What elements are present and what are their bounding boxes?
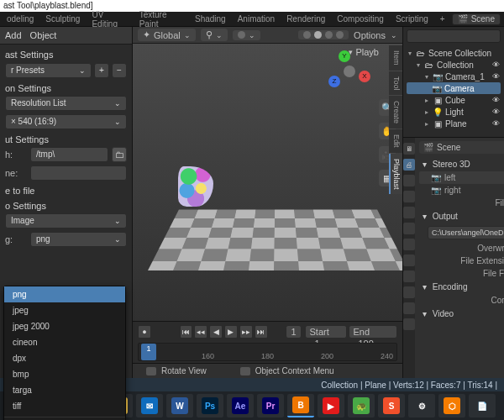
format-option-jpeg2000[interactable]: jpeg 2000 <box>4 318 125 334</box>
stereo-section[interactable]: ▾ Stereo 3D <box>419 157 504 171</box>
format-option-bmp[interactable]: bmp <box>4 366 125 382</box>
proportional-edit[interactable]: ⌄ <box>233 30 260 40</box>
ws-tab-plus[interactable]: + <box>435 13 450 25</box>
taskbar-premiere[interactable]: Pr <box>257 394 284 417</box>
taskbar-blender[interactable]: B <box>287 394 314 417</box>
tree-scene-collection[interactable]: ▾ 🗁 Scene Collection <box>407 47 501 59</box>
taskbar-settings[interactable]: ⚙ <box>408 394 435 417</box>
ws-tab-rendering[interactable]: Rendering <box>281 13 330 25</box>
end-frame-field[interactable]: End 100 <box>349 325 397 339</box>
presets-dropdown[interactable]: r Presets ⌄ <box>5 63 92 78</box>
vtab-playblast[interactable]: Playblast <box>389 154 402 195</box>
visibility-icon[interactable]: 👁 <box>492 72 501 81</box>
key-prev-button[interactable]: ◂◂ <box>194 325 207 339</box>
vtab-edit[interactable]: Edit <box>389 129 402 153</box>
taskbar-youtube[interactable]: ▶ <box>318 394 344 417</box>
ptab-data[interactable] <box>403 302 415 314</box>
outliner-search[interactable] <box>407 29 501 43</box>
ws-tab-modeling[interactable]: odeling <box>2 13 39 25</box>
vtab-tool[interactable]: Tool <box>389 71 402 96</box>
ptab-object[interactable] <box>403 223 415 234</box>
ptab-particles[interactable] <box>403 255 415 266</box>
tree-cube[interactable]: ▸ ▣ Cube 👁 <box>407 94 501 106</box>
ptab-modifiers[interactable] <box>403 239 415 250</box>
format-option-tiff[interactable]: tiff <box>4 398 125 414</box>
stereo-right-row[interactable]: 📷 right <box>419 184 504 197</box>
video-section[interactable]: ▾ Video <box>419 307 504 321</box>
resolution-list-dropdown[interactable]: Resolution List ⌄ <box>5 96 127 111</box>
visibility-icon[interactable]: 👁 <box>492 96 501 104</box>
stereo-left-row[interactable]: 📷 left <box>419 171 504 184</box>
current-frame-field[interactable]: 1 <box>286 325 301 339</box>
ws-tab-scripting[interactable]: Scripting <box>391 13 433 25</box>
ptab-output[interactable]: 🖨 <box>403 159 415 171</box>
format-option-png[interactable]: png <box>4 286 125 302</box>
ws-tab-compositing[interactable]: Compositing <box>332 13 389 25</box>
visibility-icon[interactable]: 👁 <box>492 108 501 116</box>
tree-camera-1[interactable]: ▾ 📷 Camera_1 👁 <box>407 71 501 82</box>
timeline-ruler[interactable]: 1 120 160 180 200 240 <box>138 343 397 361</box>
visibility-icon[interactable]: 👁 <box>492 60 501 69</box>
ptab-view[interactable] <box>403 175 415 186</box>
preset-add-button[interactable]: + <box>94 63 109 78</box>
format-dropdown[interactable]: png ⌄ <box>30 232 127 247</box>
ptab-render[interactable]: 🖥 <box>403 143 415 155</box>
taskbar-app-2[interactable]: S <box>378 394 405 417</box>
name-field[interactable] <box>30 165 127 181</box>
navigation-gizmo[interactable]: X Y Z <box>328 50 370 92</box>
scene-selector[interactable]: 🎬 Scene <box>452 13 501 25</box>
encoding-section[interactable]: ▾ Encoding <box>419 280 504 294</box>
playhead[interactable]: 1 <box>141 344 156 360</box>
snap-dropdown[interactable]: ⚲ ⌄ <box>201 29 228 41</box>
3d-viewport[interactable]: ▾ Playb X Y Z 🔍 ✋ 🎥 ▦ <box>133 44 402 321</box>
output-section[interactable]: ▾ Output <box>419 209 504 223</box>
ptab-physics[interactable] <box>403 270 415 282</box>
taskbar-mail[interactable]: ✉ <box>136 394 163 417</box>
tree-plane[interactable]: ▸ ▣ Plane 👁 <box>407 118 501 129</box>
ptab-scene[interactable] <box>403 191 415 202</box>
viewport-object[interactable] <box>178 166 213 207</box>
container-dropdown[interactable]: Image ⌄ <box>5 213 127 228</box>
options-dropdown[interactable]: Options <box>354 30 386 40</box>
orientation-dropdown[interactable]: ✦ Global ⌄ <box>138 29 196 41</box>
gizmo-z-axis[interactable]: Z <box>328 76 340 87</box>
scene-name-field[interactable]: 🎬 Scene <box>419 141 504 154</box>
gizmo-y-axis[interactable]: Y <box>339 50 350 62</box>
format-option-targa[interactable]: targa <box>4 382 125 398</box>
output-path-field[interactable]: C:\Users\angel\OneDr <box>428 226 504 239</box>
start-frame-field[interactable]: Start 1 <box>305 325 347 339</box>
menu-object[interactable]: Object <box>30 30 57 40</box>
play-rev-button[interactable]: ◀ <box>209 325 223 339</box>
ptab-world[interactable] <box>403 207 415 218</box>
menu-add[interactable]: Add <box>5 30 22 40</box>
taskbar-app-4[interactable]: 📄 <box>469 394 496 417</box>
ws-tab-shading[interactable]: Shading <box>190 13 231 25</box>
path-field[interactable]: /tmp\ <box>30 147 108 162</box>
autokey-button[interactable]: ● <box>138 325 151 339</box>
shading-toggles[interactable] <box>298 30 349 39</box>
key-next-button[interactable]: ▸▸ <box>239 325 253 339</box>
jump-end-button[interactable]: ⏭ <box>255 325 268 339</box>
taskbar-app-1[interactable]: 🐢 <box>348 394 375 417</box>
preset-remove-button[interactable]: − <box>112 63 127 78</box>
taskbar-photoshop[interactable]: Ps <box>197 394 223 417</box>
ws-tab-sculpting[interactable]: Sculpting <box>40 13 85 25</box>
ws-tab-animation[interactable]: Animation <box>233 13 280 25</box>
taskbar-after-effects[interactable]: Ae <box>227 394 254 417</box>
taskbar-app-3[interactable]: ⬡ <box>438 394 465 417</box>
gizmo-center[interactable] <box>344 66 355 77</box>
jump-start-button[interactable]: ⏮ <box>180 325 193 339</box>
visibility-icon[interactable]: 👁 <box>492 119 501 128</box>
ptab-constraints[interactable] <box>403 286 415 298</box>
ptab-material[interactable] <box>403 318 415 330</box>
format-option-cineon[interactable]: cineon <box>4 334 125 350</box>
taskbar-word[interactable]: W <box>166 394 193 417</box>
browse-folder-button[interactable]: 🗀 <box>112 147 127 162</box>
vtab-create[interactable]: Create <box>389 96 402 129</box>
vtab-item[interactable]: Item <box>389 45 402 71</box>
tree-camera[interactable]: 📷 Camera <box>407 82 501 94</box>
play-fwd-button[interactable]: ▶ <box>224 325 238 339</box>
tree-collection[interactable]: ▾ 🗁 Collection 👁 <box>407 59 501 71</box>
resolution-value-dropdown[interactable]: × 540 (16:9) ⌄ <box>5 114 127 129</box>
tree-light[interactable]: ▸ 💡 Light 👁 <box>407 106 501 118</box>
